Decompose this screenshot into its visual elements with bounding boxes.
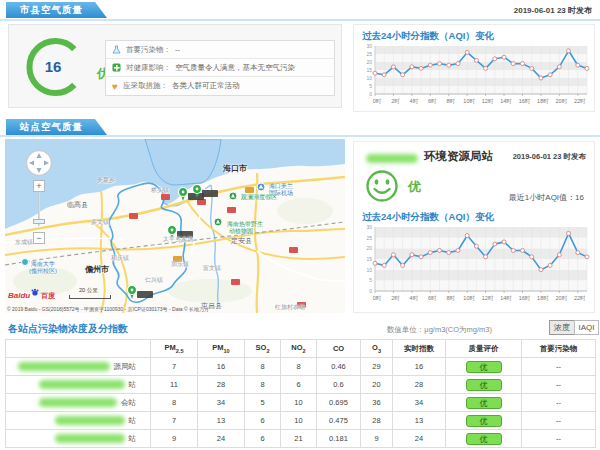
value-cell: 16 — [198, 358, 245, 376]
info-row-measures: ♥ 应采取措施： 各类人群可正常活动 — [106, 77, 334, 95]
table-row: 源局站716880.462916优-- — [6, 358, 596, 376]
map-compass-control[interactable] — [25, 149, 53, 177]
flask-icon — [112, 45, 121, 54]
value-cell: 8 — [245, 376, 281, 394]
station-name-redacted — [39, 380, 125, 389]
value-cell: 34 — [393, 394, 446, 412]
map-label: 富文镇 — [203, 265, 221, 271]
table-header: PM10 — [198, 340, 245, 358]
svg-text:4时: 4时 — [410, 98, 419, 104]
map-label: 桥头镇 — [151, 187, 169, 193]
station-chart-title: 过去24小时分指数（AQI）变化 — [362, 211, 494, 224]
toggle-iaqi[interactable]: IAQI — [574, 320, 599, 335]
map-label: (儋州校区) — [29, 268, 57, 274]
value-cell: 6 — [245, 412, 281, 430]
info-value: 空气质量令人满意，基本无空气污染 — [175, 63, 295, 73]
station-name-cell: 站 — [6, 412, 151, 430]
map-label: 加乐镇 — [171, 261, 189, 267]
table-header: 首要污染物 — [522, 340, 596, 358]
grade-badge: 优 — [466, 397, 502, 409]
map-scale-bar — [69, 295, 111, 299]
map-label: 东成镇 — [15, 239, 33, 245]
toggle-concentration[interactable]: 浓度 — [549, 320, 575, 335]
map-attribution: © 2019 Baidu - GS(2018)5572号 - 甲测资字11009… — [7, 306, 209, 312]
svg-text:2时: 2时 — [391, 98, 400, 104]
value-cell: 7 — [151, 412, 198, 430]
table-header — [6, 340, 151, 358]
svg-text:0: 0 — [369, 91, 372, 97]
value-cell: 28 — [198, 376, 245, 394]
value-cell: 36 — [361, 394, 393, 412]
svg-text:16时: 16时 — [519, 98, 531, 104]
primary-pollutant-cell: -- — [522, 394, 596, 412]
aqi-value: 16 — [45, 58, 62, 75]
info-value: -- — [175, 45, 180, 54]
svg-text:20时: 20时 — [556, 295, 568, 301]
svg-text:10: 10 — [366, 267, 372, 273]
value-cell: 0.695 — [317, 394, 361, 412]
station-name-cell: 源局站 — [6, 358, 151, 376]
map-label: 红旗村农场 — [275, 304, 305, 310]
svg-text:5: 5 — [369, 83, 372, 89]
table-title: 各站点污染物浓度及分指数 — [8, 322, 128, 336]
svg-text:22时: 22时 — [574, 295, 586, 301]
map-label: 临高县 — [67, 201, 88, 208]
svg-text:8时: 8时 — [446, 98, 455, 104]
station-map[interactable]: 海口市海口美兰国际机场临高县美夏乡桥头镇多文镇东成镇和庆镇仁兴镇加乐镇太平乡农场… — [5, 139, 345, 313]
latest-aqi-value: 16 — [575, 193, 584, 202]
map-label: 海南热带野生 — [227, 221, 263, 227]
info-label: 首要污染物： — [126, 45, 171, 55]
value-cell: 21 — [281, 430, 317, 448]
map-zoom-control[interactable]: + − — [33, 180, 45, 244]
value-cell: 20 — [361, 376, 393, 394]
grade-cell: 优 — [446, 376, 522, 394]
svg-text:0时: 0时 — [373, 295, 382, 301]
zoom-in-button[interactable]: + — [33, 180, 45, 192]
svg-text:25: 25 — [366, 235, 372, 241]
map-label: 太平乡农场 — [163, 236, 193, 242]
svg-text:5: 5 — [369, 277, 372, 283]
tab-city-air-quality: 市县空气质量 — [6, 2, 107, 18]
value-cell: 0.475 — [317, 412, 361, 430]
map-canvas — [5, 139, 345, 313]
city-aqi-card: 16 优 首要污染物： -- 对健康影响： 空气质量令人满意，基本无空气污染 ♥… — [8, 24, 342, 108]
value-cell: 5 — [245, 394, 281, 412]
grade-badge: 优 — [466, 361, 502, 373]
zoom-out-button[interactable]: − — [33, 232, 45, 244]
map-scale-label: 20 公里 — [79, 287, 98, 294]
value-cell: 8 — [151, 394, 198, 412]
table-row: 会站8345100.6953634优-- — [6, 394, 596, 412]
station-name-redacted — [18, 362, 110, 371]
table-header: 实时指数 — [393, 340, 446, 358]
grade-badge: 优 — [466, 379, 502, 391]
value-cell: 7 — [151, 358, 198, 376]
map-label: 定安县 — [231, 237, 252, 244]
station-name-redacted — [39, 398, 117, 407]
value-cell: 13 — [198, 412, 245, 430]
publish-date: 2019-06-01 23 时发布 — [514, 5, 592, 16]
latest-aqi-note: 最近1小时AQI值：16 — [509, 192, 584, 203]
svg-text:22时: 22时 — [574, 98, 586, 104]
heart-icon: ♥ — [112, 82, 118, 91]
station-name-redacted — [55, 416, 125, 425]
table-header: CO — [317, 340, 361, 358]
zoom-slider-handle[interactable] — [33, 219, 45, 224]
map-label: 观澜湖度假区 — [241, 194, 277, 200]
info-label: 应采取措施： — [123, 81, 168, 91]
value-cell: 0.6 — [317, 376, 361, 394]
station-name-redacted — [55, 434, 125, 443]
primary-pollutant-cell: -- — [522, 412, 596, 430]
primary-pollutant-cell: -- — [522, 358, 596, 376]
svg-text:6时: 6时 — [428, 295, 437, 301]
table-header: O3 — [361, 340, 393, 358]
tab-station-air-quality: 站点空气质量 — [6, 119, 107, 135]
value-cell: 6 — [281, 376, 317, 394]
value-cell: 10 — [281, 412, 317, 430]
station-name-cell: 会站 — [6, 394, 151, 412]
header-divider — [0, 19, 600, 21]
svg-text:2时: 2时 — [391, 295, 400, 301]
table-header: SO2 — [245, 340, 281, 358]
value-cell: 11 — [151, 376, 198, 394]
value-cell: 13 — [393, 412, 446, 430]
svg-text:10: 10 — [366, 75, 372, 81]
